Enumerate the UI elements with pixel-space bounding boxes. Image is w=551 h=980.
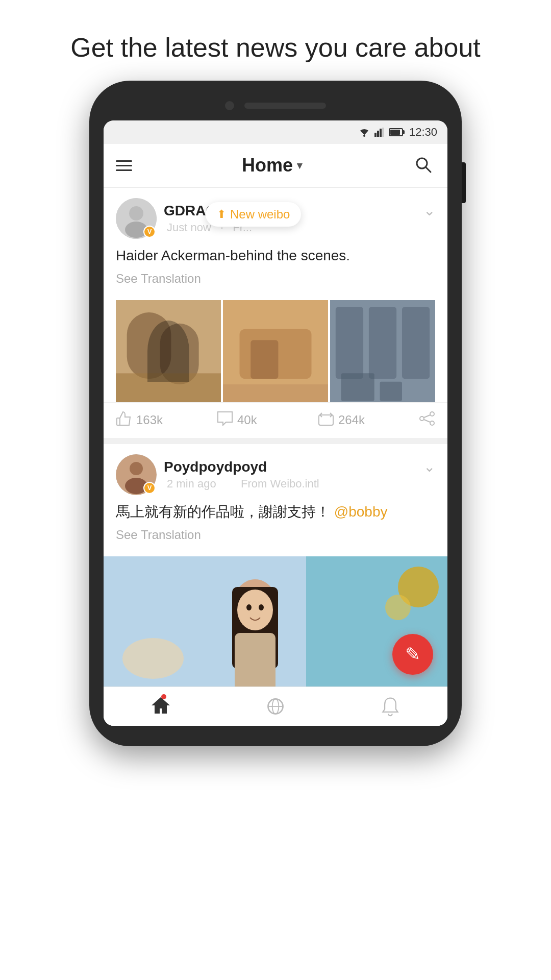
home-nav-icon [149,695,172,716]
app-header: Home ▾ [104,144,447,188]
post-2-verified-badge: V [143,482,156,494]
svg-rect-16 [251,340,278,379]
svg-rect-19 [336,307,363,379]
bottom-navigation [104,687,447,726]
speaker-grille [244,103,326,109]
post-1-comment-count: 40k [237,413,257,427]
svg-point-42 [237,590,273,630]
like-icon [116,411,132,430]
svg-point-38 [385,595,411,620]
post-1-header: V GDRAGON Just now · Fr... [104,188,447,245]
post-1-see-translation[interactable]: See Translation [116,272,435,286]
svg-rect-4 [382,128,384,137]
svg-line-30 [424,415,430,418]
status-icons [358,128,403,137]
post-2-text: 馬上就有新的作品啦，謝謝支持！ @bobby [116,501,435,523]
home-title-area[interactable]: Home ▾ [242,155,302,176]
svg-rect-11 [127,312,171,379]
post-2-meta: 2 min ago From Weibo.intl [164,477,322,491]
compose-fab-button[interactable]: ✎ [392,634,433,675]
svg-rect-1 [374,133,377,137]
svg-point-27 [430,412,434,416]
post-1-comment-action[interactable]: 40k [217,411,318,430]
svg-point-39 [122,638,184,679]
post-1-image-2[interactable] [223,300,328,402]
status-time: 12:30 [409,126,437,139]
post-2-username[interactable]: Poydpoydpoyd [164,459,322,475]
hamburger-menu-button[interactable] [116,160,132,171]
search-button[interactable] [412,153,435,178]
post-1-image-grid [116,300,435,402]
post-2-mention[interactable]: @bobby [334,504,388,520]
signal-icon [374,128,385,137]
svg-point-29 [430,421,434,425]
svg-point-8 [129,206,143,220]
post-1-share-action[interactable] [419,411,435,430]
svg-rect-2 [377,131,379,137]
notifications-nav-icon [379,696,402,717]
new-weibo-label: New weibo [230,207,290,222]
dropdown-arrow-icon: ▾ [297,159,302,172]
svg-rect-25 [117,418,120,425]
post-1-image-1[interactable] [116,300,221,402]
page-heading: Get the latest news you care about [0,0,551,81]
svg-rect-13 [116,373,221,402]
post-2-content: 馬上就有新的作品啦，謝謝支持！ @bobby See Translation [104,501,447,556]
explore-nav-icon [264,696,287,717]
post-2-see-translation[interactable]: See Translation [116,528,435,542]
post-1-content: Haider Ackerman-behind the scenes. See T… [104,245,447,300]
post-1-chevron[interactable]: ⌄ [423,202,435,219]
post-1-like-action[interactable]: 163k [116,411,217,430]
post-2-avatar-wrap: V [116,454,157,495]
nav-notifications[interactable] [333,696,447,717]
svg-rect-23 [380,381,402,401]
new-weibo-tooltip[interactable]: ⬆ New weibo [206,202,301,227]
post-2-chevron[interactable]: ⌄ [423,458,435,475]
post-1-repost-action[interactable]: 264k [318,411,419,430]
search-icon [414,155,433,175]
repost-icon [318,411,334,430]
post-1-image-3[interactable] [330,300,435,402]
battery-icon [389,128,403,136]
phone-outer: 12:30 Home ▾ [89,81,462,746]
svg-point-28 [420,416,424,421]
post-1-repost-count: 264k [338,413,365,427]
post-1-avatar-wrap: V [116,198,157,239]
home-notification-dot [161,694,166,699]
phone-top-notch [104,101,447,110]
post-card-2: V Poydpoydpoyd 2 min ago From Weibo.intl [104,444,447,720]
front-camera [225,101,234,110]
svg-rect-3 [380,129,382,137]
power-button [462,162,466,203]
svg-rect-17 [223,384,328,402]
share-icon [419,411,435,430]
svg-rect-21 [402,307,430,379]
svg-line-31 [424,420,430,422]
nav-home[interactable] [104,695,218,718]
status-bar: 12:30 [104,120,447,144]
nav-explore[interactable] [218,696,333,717]
compose-icon: ✎ [405,644,420,665]
comment-icon [217,411,233,430]
post-2-user-info: Poydpoydpoyd 2 min ago From Weibo.intl [164,459,322,491]
svg-rect-22 [341,373,374,401]
svg-point-33 [130,462,143,475]
post-card-1: V GDRAGON Just now · Fr... [104,188,447,438]
post-1-actions: 163k 40k [104,402,447,438]
svg-point-44 [259,604,264,610]
new-weibo-arrow-icon: ⬆ [217,208,226,221]
phone-screen: 12:30 Home ▾ [104,120,447,726]
phone-frame: 12:30 Home ▾ [89,81,462,746]
post-1-verified-badge: V [143,226,156,238]
home-title-text: Home [242,155,293,176]
post-2-header-left: V Poydpoydpoyd 2 min ago From Weibo.intl [116,454,322,495]
svg-point-0 [363,135,365,137]
post-1-like-count: 163k [136,413,163,427]
post-2-header: V Poydpoydpoyd 2 min ago From Weibo.intl [104,444,447,501]
post-1-text: Haider Ackerman-behind the scenes. [116,245,435,266]
svg-rect-20 [369,307,396,379]
svg-line-6 [425,167,431,172]
wifi-icon [358,128,370,137]
svg-point-43 [246,604,252,610]
